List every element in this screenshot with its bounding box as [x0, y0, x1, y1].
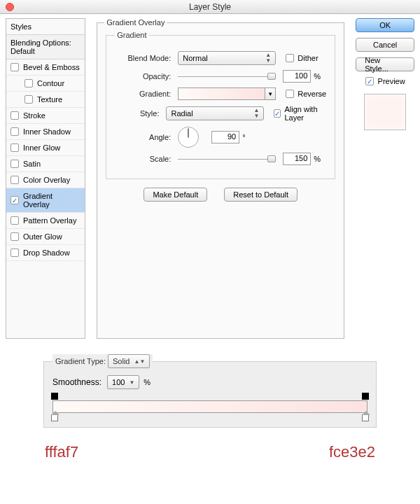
opacity-stop-right[interactable]	[362, 393, 369, 400]
close-icon[interactable]	[6, 3, 14, 11]
sidebar-item-bevel-emboss[interactable]: Bevel & Emboss	[6, 59, 85, 76]
updown-icon: ▲▼	[134, 358, 145, 365]
updown-icon: ▲▼	[254, 108, 260, 119]
gradient-preview-strip[interactable]	[52, 400, 368, 413]
dither-checkbox[interactable]	[286, 54, 294, 62]
smoothness-label: Smoothness:	[52, 377, 102, 387]
checkbox-icon[interactable]	[10, 111, 19, 120]
scale-slider[interactable]	[178, 154, 276, 164]
style-select[interactable]: Radial▲▼	[166, 106, 264, 120]
reverse-label: Reverse	[298, 90, 326, 98]
styles-sidebar: Styles Blending Options: Default Bevel &…	[6, 18, 85, 339]
blend-mode-label: Blend Mode:	[115, 54, 171, 62]
scale-label: Scale:	[115, 155, 171, 163]
smoothness-input[interactable]: 100▼	[107, 375, 139, 389]
sidebar-item-label: Outer Glow	[23, 232, 62, 241]
styles-header[interactable]: Styles	[6, 19, 85, 34]
align-label: Align with Layer	[284, 105, 326, 122]
cancel-button[interactable]: Cancel	[356, 38, 414, 52]
checkbox-icon[interactable]	[10, 216, 19, 225]
sidebar-item-label: Bevel & Emboss	[23, 63, 80, 71]
updown-icon: ▲▼	[265, 52, 271, 64]
sidebar-item-pattern-overlay[interactable]: Pattern Overlay	[6, 213, 85, 229]
gradient-type-value: Solid	[113, 357, 130, 365]
dialog-buttons: OK Cancel New Style... Preview	[356, 18, 414, 339]
preview-swatch	[364, 94, 406, 130]
checkbox-icon[interactable]	[10, 248, 19, 257]
hex-labels: fffaf7 fce3e2	[42, 443, 378, 461]
checkbox-icon[interactable]	[24, 79, 33, 88]
sidebar-item-texture[interactable]: Texture	[6, 92, 85, 108]
gradient-type-label: Gradient Type:	[55, 357, 106, 365]
angle-input[interactable]: 90	[211, 131, 239, 144]
sidebar-item-drop-shadow[interactable]: Drop Shadow	[6, 245, 85, 261]
sidebar-item-gradient-overlay[interactable]: Gradient Overlay	[6, 188, 85, 213]
sidebar-item-color-overlay[interactable]: Color Overlay	[6, 172, 85, 188]
gradient-fieldset: Gradient Blend Mode: Normal▲▼ Dither Opa…	[106, 31, 335, 179]
new-style-button[interactable]: New Style...	[356, 57, 414, 71]
sidebar-item-stroke[interactable]: Stroke	[6, 108, 85, 124]
checkbox-icon[interactable]	[10, 127, 19, 136]
blend-mode-select[interactable]: Normal▲▼	[178, 51, 276, 65]
smoothness-value: 100	[112, 378, 125, 386]
align-checkbox[interactable]	[274, 109, 281, 118]
sidebar-item-label: Pattern Overlay	[23, 216, 76, 225]
sidebar-item-inner-glow[interactable]: Inner Glow	[6, 140, 85, 156]
gradient-type-select[interactable]: Solid▲▼	[108, 354, 150, 368]
sidebar-item-inner-shadow[interactable]: Inner Shadow	[6, 124, 85, 140]
sidebar-item-label: Stroke	[23, 111, 46, 120]
layer-style-dialog: Styles Blending Options: Default Bevel &…	[0, 14, 420, 344]
opacity-label: Opacity:	[115, 72, 171, 80]
scale-input[interactable]: 150	[283, 153, 311, 165]
checkbox-icon[interactable]	[10, 196, 19, 204]
chevron-down-icon: ▼	[267, 91, 273, 97]
style-value: Radial	[171, 109, 192, 118]
preview-checkbox[interactable]	[365, 77, 374, 85]
gradient-label: Gradient:	[115, 90, 171, 98]
sidebar-item-label: Color Overlay	[23, 176, 70, 184]
gradient-strip[interactable]	[52, 400, 368, 413]
sidebar-item-label: Inner Shadow	[23, 127, 71, 136]
sidebar-item-label: Drop Shadow	[23, 248, 70, 257]
dither-label: Dither	[298, 54, 318, 62]
hex-left: fffaf7	[45, 443, 78, 461]
sidebar-item-satin[interactable]: Satin	[6, 156, 85, 172]
preview-label: Preview	[378, 77, 405, 85]
hex-right: fce3e2	[329, 443, 375, 461]
sidebar-item-contour[interactable]: Contour	[6, 76, 85, 92]
checkbox-icon[interactable]	[10, 63, 19, 71]
sidebar-item-label: Satin	[23, 160, 41, 168]
color-stop-right[interactable]	[362, 414, 369, 421]
percent-label: %	[314, 72, 321, 80]
panel-title: Gradient Overlay	[104, 18, 167, 27]
opacity-slider[interactable]	[178, 71, 276, 81]
reverse-checkbox[interactable]	[286, 90, 294, 98]
opacity-input[interactable]: 100	[283, 70, 311, 83]
checkbox-icon[interactable]	[10, 144, 19, 152]
ok-button[interactable]: OK	[356, 18, 414, 32]
sidebar-item-label: Inner Glow	[23, 144, 60, 152]
gradient-type-fieldset: Gradient Type: Solid▲▼ Smoothness: 100▼ …	[43, 354, 377, 428]
blending-options-header[interactable]: Blending Options: Default	[6, 34, 85, 59]
style-label: Style:	[115, 109, 159, 118]
gradient-inner-title: Gradient	[115, 31, 148, 39]
percent-label: %	[144, 378, 150, 386]
sidebar-item-label: Contour	[37, 79, 64, 88]
sidebar-item-outer-glow[interactable]: Outer Glow	[6, 229, 85, 245]
gradient-dropdown-button[interactable]: ▼	[265, 88, 276, 100]
angle-dial[interactable]	[178, 127, 199, 148]
opacity-stop-left[interactable]	[51, 393, 58, 400]
gradient-swatch[interactable]	[178, 88, 265, 100]
gradient-editor: Gradient Type: Solid▲▼ Smoothness: 100▼ …	[42, 354, 378, 461]
make-default-button[interactable]: Make Default	[144, 188, 207, 202]
titlebar: Layer Style	[0, 0, 420, 14]
checkbox-icon[interactable]	[10, 176, 19, 184]
gradient-overlay-fieldset: Gradient Overlay Gradient Blend Mode: No…	[97, 18, 344, 339]
reset-default-button[interactable]: Reset to Default	[224, 188, 298, 202]
checkbox-icon[interactable]	[10, 232, 19, 241]
color-stop-left[interactable]	[51, 414, 58, 421]
percent-label: %	[314, 155, 321, 163]
checkbox-icon[interactable]	[24, 95, 33, 104]
checkbox-icon[interactable]	[10, 160, 19, 168]
sidebar-item-label: Texture	[37, 95, 62, 104]
